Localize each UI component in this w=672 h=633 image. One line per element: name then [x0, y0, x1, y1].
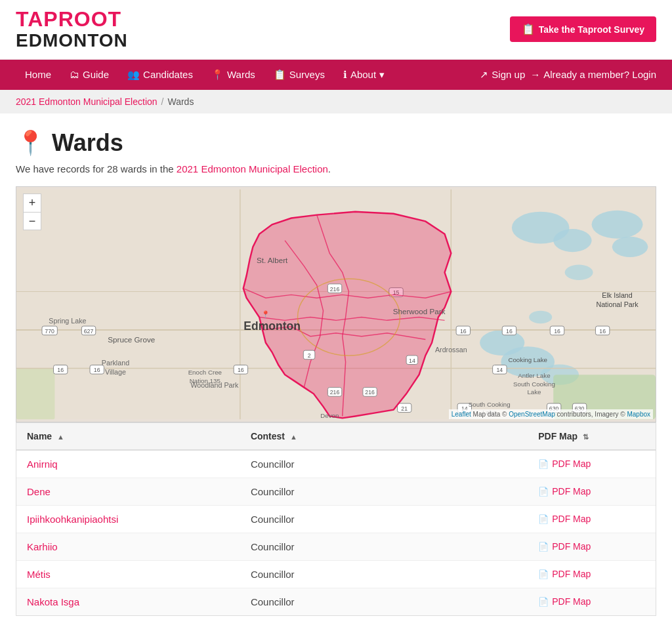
- nav-about-icon: ℹ: [343, 69, 347, 81]
- ward-link[interactable]: Nakota Isga: [27, 596, 79, 607]
- osm-link[interactable]: OpenStreetMap: [509, 411, 555, 418]
- subtitle-election-link[interactable]: 2021 Edmonton Municipal Election: [177, 163, 328, 174]
- mapbox-link[interactable]: Mapbox: [627, 411, 650, 418]
- login-icon: →: [530, 69, 540, 80]
- ward-name-cell: Métis: [16, 560, 240, 588]
- svg-text:Elk Island: Elk Island: [602, 291, 632, 299]
- svg-text:16: 16: [460, 328, 467, 335]
- survey-button[interactable]: 📋 Take the Taproot Survey: [510, 16, 656, 42]
- svg-text:Nation 135: Nation 135: [190, 377, 220, 384]
- nav-signup[interactable]: ↗ Sign up: [480, 69, 525, 81]
- subtitle-suffix: .: [328, 163, 331, 174]
- pdf-map-link[interactable]: 📄 PDF Map: [538, 596, 645, 607]
- svg-text:216: 216: [330, 286, 340, 293]
- page-title: 📍 Wards: [16, 129, 656, 157]
- map-svg: 770 627 16 16 16 15 16 16 16 16 21 14 14: [16, 187, 656, 422]
- ward-contest-cell: Councillor: [240, 560, 528, 588]
- map-data-text: Map data ©: [473, 411, 507, 418]
- map-zoom-in[interactable]: +: [23, 194, 41, 212]
- svg-text:14: 14: [496, 367, 503, 373]
- ward-pdf-cell: 📄 PDF Map: [528, 505, 656, 533]
- nav-home-label: Home: [25, 69, 51, 80]
- ward-name-cell: Anirniq: [16, 450, 240, 478]
- signup-label: Sign up: [492, 69, 525, 80]
- pdf-map-link[interactable]: 📄 PDF Map: [538, 514, 645, 524]
- contest-sort-icon: ▲: [290, 433, 297, 441]
- ward-name-cell: Karhiio: [16, 533, 240, 560]
- col-header-contest[interactable]: Contest ▲: [240, 423, 528, 450]
- breadcrumb-election-link[interactable]: 2021 Edmonton Municipal Election: [16, 96, 158, 107]
- pdf-label: PDF Map: [552, 459, 591, 469]
- svg-text:Edmonton: Edmonton: [243, 319, 301, 333]
- nav-item-about[interactable]: ℹ About ▾: [334, 60, 394, 90]
- map-attribution: Leaflet Map data © OpenStreetMap contrib…: [449, 409, 653, 419]
- page-subtitle: We have records for 28 wards in the 2021…: [16, 163, 656, 174]
- ward-contest-cell: Councillor: [240, 588, 528, 615]
- col-header-name[interactable]: Name ▲: [16, 423, 240, 450]
- nav-guide-label: Guide: [83, 69, 109, 80]
- ward-name-cell: Dene: [16, 478, 240, 505]
- logo-taproot-text: TAPROOT: [16, 8, 128, 31]
- svg-text:16: 16: [94, 367, 100, 373]
- ward-pdf-cell: 📄 PDF Map: [528, 533, 656, 560]
- name-sort-icon: ▲: [57, 433, 64, 441]
- logo-edmonton-text: EDMONTON: [16, 31, 128, 51]
- svg-text:Lake: Lake: [527, 388, 541, 396]
- breadcrumb-separator: /: [161, 96, 164, 107]
- table-row: Dene Councillor 📄 PDF Map: [16, 478, 656, 505]
- nav-item-wards[interactable]: 📍 Wards: [202, 60, 264, 90]
- svg-point-2: [553, 229, 591, 252]
- pdf-map-link[interactable]: 📄 PDF Map: [538, 459, 645, 469]
- table-row: Nakota Isga Councillor 📄 PDF Map: [16, 588, 656, 615]
- map-zoom-out[interactable]: −: [23, 212, 41, 230]
- ward-pdf-cell: 📄 PDF Map: [528, 450, 656, 478]
- ward-link[interactable]: Karhiio: [27, 541, 58, 552]
- pdf-icon: 📄: [538, 597, 549, 607]
- nav-item-surveys[interactable]: 📋 Surveys: [264, 60, 334, 90]
- nav-item-guide[interactable]: 🗂 Guide: [60, 60, 118, 89]
- col-contest-label: Contest: [251, 431, 285, 441]
- ward-link[interactable]: Anirniq: [27, 459, 58, 470]
- ward-link[interactable]: Dene: [27, 486, 51, 497]
- nav-item-candidates[interactable]: 👥 Candidates: [118, 60, 202, 90]
- svg-rect-11: [16, 368, 54, 419]
- ward-link[interactable]: Métis: [27, 569, 51, 580]
- table-header-row: Name ▲ Contest ▲ PDF Map ⇅: [16, 423, 656, 450]
- svg-text:Devon: Devon: [320, 412, 339, 419]
- svg-text:South Cooking: South Cooking: [513, 380, 555, 388]
- svg-text:Village: Village: [105, 368, 126, 376]
- ward-link[interactable]: Ipiihkoohkanipiaohtsi: [27, 514, 118, 525]
- col-header-pdf[interactable]: PDF Map ⇅: [528, 423, 656, 450]
- nav-candidates-label: Candidates: [143, 69, 193, 80]
- svg-text:216: 216: [330, 389, 340, 396]
- pdf-map-link[interactable]: 📄 PDF Map: [538, 486, 645, 497]
- table-row: Ipiihkoohkanipiaohtsi Councillor 📄 PDF M…: [16, 505, 656, 533]
- leaflet-link[interactable]: Leaflet: [452, 411, 471, 418]
- ward-contest-cell: Councillor: [240, 450, 528, 478]
- site-logo[interactable]: TAPROOT EDMONTON: [16, 8, 128, 51]
- contributors-text: contributors, Imagery ©: [557, 411, 625, 418]
- nav-about-label: About: [350, 69, 376, 80]
- svg-text:16: 16: [554, 328, 560, 335]
- ward-contest-cell: Councillor: [240, 533, 528, 560]
- svg-text:📍: 📍: [261, 310, 270, 319]
- pdf-map-link[interactable]: 📄 PDF Map: [538, 569, 645, 579]
- pdf-map-link[interactable]: 📄 PDF Map: [538, 541, 645, 552]
- ward-pdf-cell: 📄 PDF Map: [528, 478, 656, 505]
- nav-login[interactable]: → Already a member? Login: [530, 69, 656, 80]
- table-row: Anirniq Councillor 📄 PDF Map: [16, 450, 656, 478]
- page-title-icon: 📍: [16, 129, 45, 157]
- nav-item-home[interactable]: Home: [16, 60, 60, 89]
- svg-text:16: 16: [599, 328, 606, 335]
- pdf-icon: 📄: [538, 459, 549, 469]
- svg-text:Antler Lake: Antler Lake: [518, 372, 550, 379]
- map-zoom-controls: + −: [23, 194, 41, 230]
- ward-contest-cell: Councillor: [240, 505, 528, 533]
- pdf-icon: 📄: [538, 569, 549, 579]
- svg-text:South Cooking: South Cooking: [469, 401, 511, 408]
- survey-icon: 📋: [522, 23, 535, 35]
- svg-text:16: 16: [506, 328, 513, 335]
- svg-text:627: 627: [84, 328, 94, 335]
- ward-map[interactable]: 770 627 16 16 16 15 16 16 16 16 21 14 14: [16, 186, 656, 422]
- nav-surveys-icon: 📋: [274, 69, 286, 81]
